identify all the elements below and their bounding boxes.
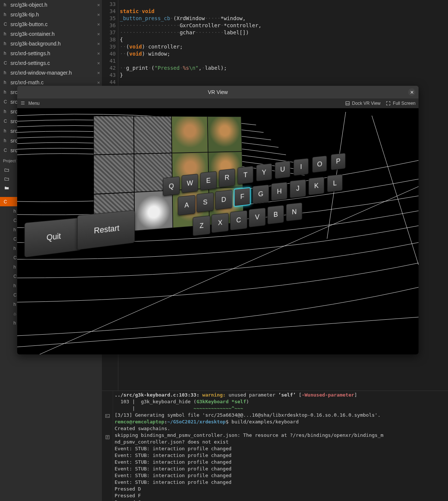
open-file-tab[interactable]: hsrc/g3k-background.h× <box>0 39 102 48</box>
vr-key[interactable]: L <box>327 174 342 192</box>
folder-icon[interactable] <box>2 175 11 183</box>
vr-key[interactable]: X <box>211 213 228 233</box>
file-name-label: src/g3k-button.c <box>10 21 95 27</box>
close-icon[interactable]: × <box>95 70 102 76</box>
file-kind-label: h <box>4 80 10 85</box>
vr-key[interactable]: G <box>252 185 269 204</box>
folder-icon[interactable] <box>2 166 11 174</box>
terminal-panel: ../src/g3k-keyboard.c:103:33: warning: u… <box>102 391 448 501</box>
file-kind-label: h <box>4 138 10 143</box>
vr-titlebar[interactable]: VR View ✕ <box>17 86 419 98</box>
vr-key[interactable]: C <box>230 210 247 230</box>
vr-window-title: VR View <box>208 89 228 95</box>
file-kind-label: C <box>4 22 10 27</box>
vr-key[interactable]: I <box>293 158 308 176</box>
vr-key[interactable]: N <box>286 203 302 222</box>
vr-key[interactable]: T <box>237 166 253 185</box>
svg-rect-0 <box>105 414 109 417</box>
file-kind-label: C <box>4 119 10 124</box>
close-icon[interactable]: ✕ <box>408 88 416 96</box>
vr-quit-label: Quit <box>47 231 61 242</box>
close-icon[interactable]: × <box>95 60 102 66</box>
folder-open-icon[interactable] <box>2 184 11 192</box>
close-icon[interactable]: × <box>95 12 102 18</box>
file-name-label: src/g3k-object.h <box>10 2 95 8</box>
vr-key[interactable]: V <box>249 208 265 228</box>
vr-restart-label: Restart <box>94 223 119 235</box>
terminal-output[interactable]: ../src/g3k-keyboard.c:103:33: warning: u… <box>113 391 448 501</box>
vr-fullscreen-label: Full Screen <box>393 101 416 106</box>
file-kind-label: C <box>4 99 10 104</box>
vr-key[interactable]: Y <box>256 163 272 182</box>
terminal-output-icon[interactable] <box>105 435 110 441</box>
file-kind-label: h <box>4 2 10 7</box>
open-file-tab[interactable]: Csrc/g3k-button.c× <box>0 19 102 29</box>
file-kind-label: h <box>4 51 10 56</box>
vr-key[interactable]: H <box>271 182 287 201</box>
vr-key[interactable]: O <box>312 156 327 173</box>
vr-key[interactable]: U <box>275 161 290 179</box>
file-name-label: src/xrd-math.c <box>10 79 95 85</box>
file-kind-label: h <box>4 109 10 114</box>
vr-key[interactable]: K <box>308 177 324 195</box>
vr-key[interactable]: S <box>196 192 214 213</box>
vr-key[interactable]: B <box>267 205 284 225</box>
hamburger-icon[interactable] <box>20 100 25 107</box>
vr-key[interactable]: W <box>181 174 198 193</box>
tree-row-kind-label: C <box>4 199 13 204</box>
terminal-tab-icon[interactable] <box>105 413 110 420</box>
file-name-label: src/xrd-settings.c <box>10 60 95 66</box>
file-name-label: src/g3k-tip.h <box>10 12 95 18</box>
file-name-label: src/xrd-settings.h <box>10 50 95 56</box>
open-file-tab[interactable]: Csrc/xrd-settings.c× <box>0 58 102 68</box>
vr-key[interactable]: F <box>234 187 251 207</box>
file-kind-label: h <box>4 70 10 75</box>
vr-key[interactable]: Q <box>163 176 180 196</box>
close-icon[interactable]: × <box>95 2 102 8</box>
vr-fullscreen-button[interactable]: Full Screen <box>386 101 416 106</box>
vr-key[interactable]: R <box>219 169 235 187</box>
vr-menu-button[interactable]: Menu <box>28 101 40 106</box>
terminal-side-icons <box>102 391 113 501</box>
file-name-label: src/g3k-container.h <box>10 31 95 37</box>
file-kind-label: h <box>4 90 10 95</box>
open-file-tab[interactable]: hsrc/xrd-window-manager.h× <box>0 68 102 78</box>
open-file-tab[interactable]: hsrc/g3k-tip.h× <box>0 10 102 19</box>
vr-dock-label: Dock VR View <box>352 101 380 106</box>
file-kind-label: C <box>4 148 10 153</box>
vr-key[interactable]: J <box>290 179 306 198</box>
vr-view-window: VR View ✕ Menu Dock VR View Full Screen <box>17 86 419 354</box>
file-name-label: src/g3k-background.h <box>10 41 95 47</box>
open-file-tab[interactable]: hsrc/g3k-object.h× <box>0 0 102 10</box>
close-icon[interactable]: × <box>95 51 102 56</box>
file-kind-label: C <box>4 60 10 66</box>
close-icon[interactable]: × <box>95 31 102 37</box>
file-kind-label: h <box>4 12 10 17</box>
vr-key[interactable]: D <box>215 190 232 210</box>
file-name-label: src/xrd-window-manager.h <box>10 70 95 76</box>
file-kind-label: h <box>4 41 10 46</box>
open-file-tab[interactable]: hsrc/g3k-container.h× <box>0 29 102 39</box>
file-kind-label: h <box>4 31 10 37</box>
vr-key[interactable]: E <box>200 171 217 190</box>
vr-key[interactable]: A <box>178 195 195 216</box>
close-icon[interactable]: × <box>95 22 102 27</box>
close-icon[interactable]: × <box>95 41 102 47</box>
vr-key[interactable]: Z <box>193 216 210 236</box>
vr-menubar: Menu Dock VR View Full Screen <box>17 98 419 108</box>
svg-rect-2 <box>346 101 349 105</box>
close-icon[interactable]: × <box>95 80 102 85</box>
open-file-tab[interactable]: hsrc/xrd-settings.h× <box>0 48 102 58</box>
file-kind-label: h <box>4 128 10 134</box>
vr-canvas[interactable]: Quit Restart QWERTYUIOPASDFGHJKLZXCVBN <box>17 108 419 354</box>
vr-dock-button[interactable]: Dock VR View <box>345 101 380 106</box>
vr-key[interactable]: P <box>331 153 345 170</box>
